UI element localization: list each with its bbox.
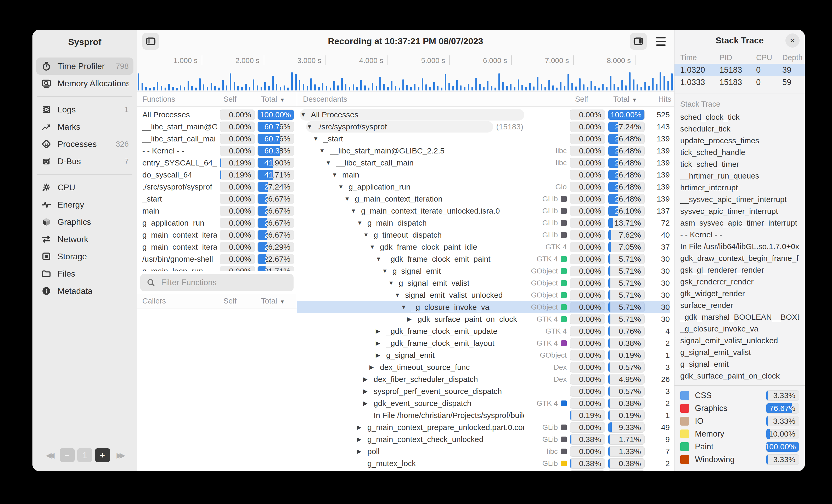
col-cpu[interactable]: CPU <box>756 53 782 62</box>
stack-frame[interactable]: tick_sched_handle <box>680 146 799 158</box>
sidebar-item-logs[interactable]: Logs1 <box>36 101 133 118</box>
descendant-row[interactable]: In File /home/christian/Projects/sysprof… <box>297 409 670 421</box>
zoom-level-button[interactable]: 1 <box>77 448 93 462</box>
chevron-right-icon[interactable]: ▶ <box>375 352 386 359</box>
zoom-out-button[interactable]: − <box>60 448 75 462</box>
filter-functions-input[interactable] <box>161 278 288 287</box>
chevron-down-icon[interactable]: ▼ <box>350 207 361 214</box>
descendant-row[interactable]: ▼g_main_context_iterate_unlocked.isra.0G… <box>297 205 670 217</box>
chevron-down-icon[interactable]: ▼ <box>382 268 392 275</box>
toggle-panel-button[interactable] <box>630 33 647 50</box>
sidebar-item-marks[interactable]: Marks <box>36 118 133 135</box>
stack-frame[interactable]: In File /usr/lib64/libGL.so.1.7.0+0x4b <box>680 241 799 252</box>
sidebar-item-network[interactable]: Network <box>36 230 133 248</box>
chevron-down-icon[interactable]: ▼ <box>400 304 411 311</box>
stack-frame[interactable]: _g_closure_invoke_va <box>680 323 799 335</box>
chevron-down-icon[interactable]: ▼ <box>375 256 386 262</box>
descendant-row[interactable]: ▶g_main_context_prepare_unlocked.part.0.… <box>297 421 670 433</box>
function-row[interactable]: g_main_context_itera0.00%26.67%26.67% <box>142 229 294 241</box>
col-descendants[interactable]: Descendants <box>303 95 526 104</box>
chevron-down-icon[interactable]: ▼ <box>319 147 330 154</box>
descendant-row[interactable]: ▶__GI___clone3libc0.00%0.38%0.38%2 <box>297 470 670 471</box>
chevron-down-icon[interactable]: ▼ <box>331 171 342 178</box>
sidebar-item-metadata[interactable]: Metadata <box>36 282 133 300</box>
stack-frame[interactable]: scheduler_tick <box>680 123 799 135</box>
chevron-down-icon[interactable]: ▼ <box>325 160 336 166</box>
function-row[interactable]: __libc_start_main@G0.00%60.76%60.76% <box>142 121 294 133</box>
chevron-down-icon[interactable]: ▼ <box>356 220 367 226</box>
col-callers[interactable]: Callers <box>142 297 217 305</box>
function-row[interactable]: /usr/bin/gnome-shell0.00%22.67%22.67% <box>142 253 294 265</box>
descendant-row[interactable]: ▶g_main_context_check_unlockedGLib0.38%0… <box>297 433 670 445</box>
stack-frame[interactable]: tick_sched_timer <box>680 158 799 170</box>
chevron-right-icon[interactable]: ▶ <box>375 328 386 335</box>
descendant-row[interactable]: ▶polllibc0.00%1.33%1.33%7 <box>297 445 670 457</box>
col-total[interactable]: Total▼ <box>257 95 294 104</box>
chevron-right-icon[interactable]: ▶ <box>363 400 373 407</box>
descendant-row[interactable]: ▼__libc_start_main@GLIBC_2.2.5libc0.00%2… <box>297 145 670 157</box>
col-functions[interactable]: Functions <box>142 95 217 104</box>
descendant-row[interactable]: ▼gdk_frame_clock_paint_idleGTK 40.00%7.0… <box>297 241 670 253</box>
stack-sample-row[interactable]: 1.032015183039 <box>675 64 805 76</box>
close-panel-button[interactable]: × <box>785 33 800 48</box>
function-row[interactable]: __libc_start_call_mai0.00%60.76%60.76% <box>142 133 294 145</box>
sidebar-item-storage[interactable]: Storage <box>36 248 133 265</box>
stack-frame[interactable]: g_signal_emit <box>680 358 799 370</box>
sidebar-item-d-bus[interactable]: D-Bus7 <box>36 153 133 170</box>
chevron-right-icon[interactable]: ▶ <box>407 316 418 323</box>
zoom-in-button[interactable]: + <box>95 448 110 462</box>
chevron-down-icon[interactable]: ▼ <box>394 292 405 299</box>
col-total[interactable]: Total▼ <box>257 297 294 305</box>
descendant-row[interactable]: ▼_start0.00%26.48%26.48%139 <box>297 133 670 145</box>
descendant-row[interactable]: ▼./src/sysprof/sysprof(15183)0.00%27.24%… <box>297 121 670 133</box>
sidebar-item-processes[interactable]: Processes326 <box>36 135 133 153</box>
stack-frame[interactable]: - - Kernel - - <box>680 229 799 241</box>
chevron-right-icon[interactable]: ▶ <box>363 388 373 395</box>
descendant-row[interactable]: ▶gdk_event_source_dispatchGTK 40.00%0.38… <box>297 397 670 409</box>
chevron-down-icon[interactable]: ▼ <box>300 111 311 118</box>
descendant-row[interactable]: ▼g_main_dispatchGLib0.00%13.71%13.71%72 <box>297 217 670 229</box>
sidebar-item-files[interactable]: Files <box>36 265 133 282</box>
stack-frame[interactable]: sched_clock_tick <box>680 111 799 123</box>
timeline-ruler[interactable]: 1.000 s2.000 s3.000 s4.000 s5.000 s6.000… <box>137 52 674 92</box>
chevron-right-icon[interactable]: ▶ <box>356 448 367 455</box>
chevron-down-icon[interactable]: ▼ <box>388 280 399 286</box>
stack-frame[interactable]: signal_emit_valist_unlocked <box>680 335 799 346</box>
stack-frame[interactable]: __hrtimer_run_queues <box>680 170 799 182</box>
sidebar-item-graphics[interactable]: Graphics <box>36 213 133 230</box>
function-row[interactable]: entry_SYSCALL_64_a0.19%0.19%41.90%41.90% <box>142 157 294 169</box>
stack-frame[interactable]: update_process_times <box>680 135 799 146</box>
stack-frame[interactable]: __sysvec_apic_timer_interrupt <box>680 193 799 205</box>
descendant-row[interactable]: ▶_gdk_frame_clock_emit_layoutGTK 40.00%0… <box>297 337 670 349</box>
chevron-right-icon[interactable]: ▶ <box>363 376 373 383</box>
descendant-row[interactable]: ▶_gdk_frame_clock_emit_updateGTK 40.00%0… <box>297 325 670 337</box>
function-row[interactable]: All Processes0.00%100.00%100.00% <box>142 109 294 121</box>
chevron-down-icon[interactable]: ▼ <box>338 184 348 190</box>
descendant-row[interactable]: ▶gdk_surface_paint_on_clockGTK 40.00%5.7… <box>297 313 670 325</box>
stack-frame[interactable]: g_signal_emit_valist <box>680 346 799 358</box>
sidebar-item-energy[interactable]: Energy <box>36 196 133 213</box>
descendant-row[interactable]: ▶sysprof_perf_event_source_dispatch0.00%… <box>297 385 670 397</box>
function-row[interactable]: main0.00%26.67%26.67% <box>142 205 294 217</box>
stack-frame[interactable]: gdk_surface_paint_on_clock <box>680 370 799 382</box>
col-total[interactable]: Total▼ <box>609 95 646 104</box>
descendant-row[interactable]: ▼g_signal_emitGObject0.00%5.71%5.71%30 <box>297 265 670 277</box>
function-row[interactable]: g_main_loop_run0.00%21.71%21.71% <box>142 265 294 271</box>
sidebar-item-cpu[interactable]: CPU <box>36 179 133 196</box>
descendant-row[interactable]: ▼signal_emit_valist_unlockedGObject0.00%… <box>297 289 670 301</box>
col-depth[interactable]: Depth <box>782 53 802 62</box>
chevron-right-icon[interactable]: ▶ <box>356 436 367 443</box>
stack-frame[interactable]: hrtimer_interrupt <box>680 182 799 193</box>
col-self[interactable]: Self <box>220 95 255 104</box>
descendant-row[interactable]: ▶g_signal_emitGObject0.00%0.19%0.19%1 <box>297 349 670 361</box>
col-self[interactable]: Self <box>220 297 255 305</box>
seek-backward-button[interactable]: ◀◀ <box>42 448 57 462</box>
function-row[interactable]: do_syscall_640.19%0.19%41.71%41.71% <box>142 169 294 181</box>
descendant-row[interactable]: g_mutex_lockGLib0.38%0.38%0.38%0.38%2 <box>297 457 670 470</box>
menu-button[interactable] <box>654 34 668 48</box>
sidebar-item-memory-allocations[interactable]: Memory Allocations <box>36 75 133 92</box>
col-hits[interactable]: Hits <box>649 95 671 104</box>
chevron-right-icon[interactable]: ▶ <box>356 424 367 431</box>
chevron-down-icon[interactable]: ▼ <box>312 135 323 142</box>
function-row[interactable]: - - Kernel - -0.00%60.38%60.38% <box>142 145 294 157</box>
